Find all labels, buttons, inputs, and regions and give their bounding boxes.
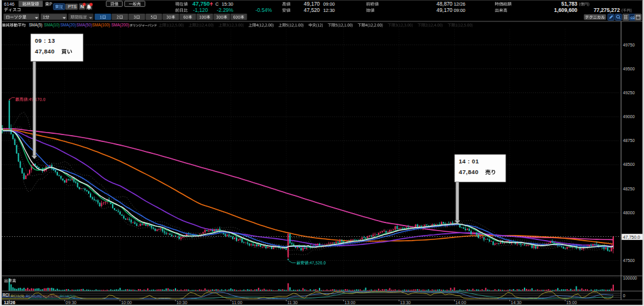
svg-text:12/26: 12/26 bbox=[454, 1, 465, 7]
svg-text:RCI4(52): RCI4(52) bbox=[60, 293, 75, 298]
svg-text:6146: 6146 bbox=[4, 1, 14, 7]
svg-text:SMA(50): SMA(50) bbox=[77, 23, 92, 28]
svg-text:47,750.0: 47,750.0 bbox=[623, 235, 640, 239]
svg-text:15:30: 15:30 bbox=[222, 1, 233, 7]
svg-text:14:00: 14:00 bbox=[455, 300, 466, 305]
svg-text:15:00: 15:00 bbox=[566, 300, 577, 305]
svg-text:09 : 13: 09 : 13 bbox=[35, 38, 55, 44]
svg-text:49,170: 49,170 bbox=[436, 7, 453, 13]
svg-text:-2.29%: -2.29% bbox=[217, 7, 234, 13]
svg-text:N: N bbox=[80, 4, 84, 9]
svg-text:49500: 49500 bbox=[623, 67, 635, 71]
svg-text:14 : 01: 14 : 01 bbox=[459, 158, 479, 165]
svg-text:09:30: 09:30 bbox=[65, 300, 76, 305]
svg-text:12:30: 12:30 bbox=[323, 8, 335, 13]
svg-text:PTS: PTS bbox=[68, 4, 77, 9]
svg-text:RCI3(52): RCI3(52) bbox=[43, 293, 58, 298]
svg-text:13:00: 13:00 bbox=[345, 300, 355, 305]
svg-text:47,520: 47,520 bbox=[304, 7, 320, 13]
svg-text:77,275,272: 77,275,272 bbox=[594, 7, 620, 13]
svg-text:48750: 48750 bbox=[623, 138, 635, 143]
svg-text:RCI2(26): RCI2(26) bbox=[26, 293, 42, 298]
svg-text:09:00: 09:00 bbox=[323, 1, 335, 7]
svg-text:11:00: 11:00 bbox=[232, 300, 243, 305]
svg-text:1,609,600: 1,609,600 bbox=[554, 7, 577, 13]
svg-text:47,750: 47,750 bbox=[192, 1, 210, 7]
svg-text:47,840: 47,840 bbox=[459, 168, 479, 175]
svg-text:SMA(200): SMA(200) bbox=[111, 23, 129, 28]
svg-text:10:30: 10:30 bbox=[177, 300, 187, 305]
svg-text:RCI1(9): RCI1(9) bbox=[11, 293, 25, 298]
svg-text:49000: 49000 bbox=[623, 114, 635, 119]
svg-text:49,170: 49,170 bbox=[304, 1, 320, 7]
svg-text:11:30: 11:30 bbox=[287, 300, 298, 305]
svg-text:100000: 100000 bbox=[623, 276, 638, 280]
svg-text:-1,120: -1,120 bbox=[193, 7, 208, 13]
svg-text:SMA(20): SMA(20) bbox=[60, 23, 76, 28]
svg-text:RCI: RCI bbox=[3, 293, 9, 297]
svg-text:47,840: 47,840 bbox=[35, 48, 55, 55]
svg-text:47500: 47500 bbox=[623, 258, 635, 263]
svg-text:SMA(100): SMA(100) bbox=[92, 23, 110, 28]
svg-text:0: 0 bbox=[623, 293, 626, 298]
svg-text:14:30: 14:30 bbox=[511, 300, 521, 305]
svg-text:48500: 48500 bbox=[623, 162, 635, 167]
svg-text:49250: 49250 bbox=[623, 90, 635, 95]
svg-text:12/26: 12/26 bbox=[4, 300, 15, 305]
svg-text:13:30: 13:30 bbox=[400, 300, 411, 305]
svg-text:49750: 49750 bbox=[623, 43, 635, 47]
svg-text:51,783: 51,783 bbox=[562, 1, 578, 7]
svg-text:SMA(10): SMA(10) bbox=[44, 23, 60, 28]
svg-text:10:00: 10:00 bbox=[121, 300, 131, 305]
svg-text:C: C bbox=[216, 2, 219, 6]
svg-text:48000: 48000 bbox=[623, 210, 635, 215]
svg-text:-0.54%: -0.54% bbox=[255, 7, 272, 13]
svg-text:09:00: 09:00 bbox=[454, 8, 465, 13]
svg-text:48250: 48250 bbox=[623, 187, 635, 191]
svg-text:48,870: 48,870 bbox=[436, 1, 453, 7]
svg-text:SMA(5): SMA(5) bbox=[29, 23, 42, 28]
